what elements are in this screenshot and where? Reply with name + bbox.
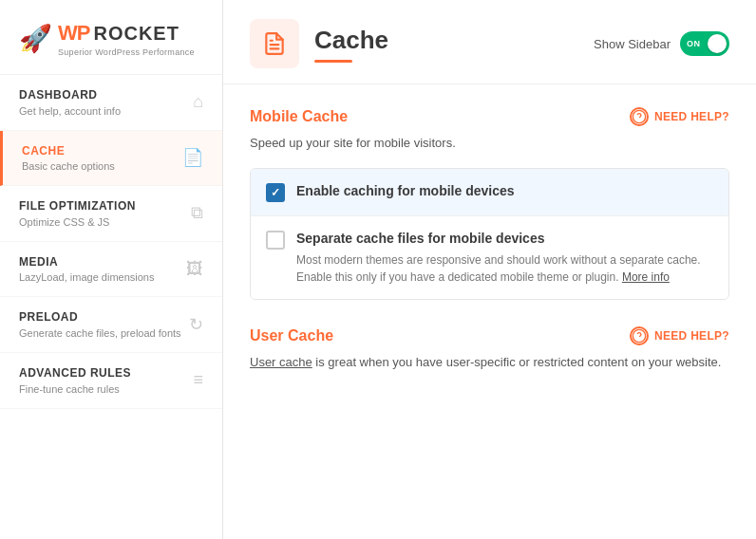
page-title: Cache (314, 26, 388, 55)
option-row-enable-mobile: Enable caching for mobile devices (251, 169, 728, 215)
need-help-label-mobile: NEED HELP? (654, 110, 729, 123)
layers-icon: ⧉ (191, 203, 203, 223)
nav-title-media: MEDIA (19, 255, 179, 270)
sidebar-item-advanced-rules[interactable]: ADVANCED RULES Fine-tune cache rules ≡ (0, 353, 222, 409)
toggle-label: ON (687, 39, 701, 48)
option-row-separate-cache: Separate cache files for mobile devices … (251, 215, 728, 300)
nav-title-advanced-rules: ADVANCED RULES (19, 366, 185, 381)
option-label-separate-cache: Separate cache files for mobile devices (296, 231, 544, 246)
sidebar-item-preload[interactable]: PRELOAD Generate cache files, preload fo… (0, 297, 222, 353)
logo-wp: WP (58, 21, 89, 46)
help-icon-user (630, 326, 649, 345)
logo-text: WP ROCKET Superior WordPress Performance (58, 21, 195, 57)
mobile-cache-title: Mobile Cache (250, 108, 348, 125)
option-sublabel-separate-cache: Most modern themes are responsive and sh… (296, 251, 713, 286)
user-cache-description: User cache is great when you have user-s… (250, 353, 729, 372)
user-cache-need-help[interactable]: NEED HELP? (630, 326, 729, 345)
sidebar-item-cache[interactable]: CACHE Basic cache options 📄 (0, 131, 222, 187)
checkbox-enable-mobile[interactable] (266, 183, 285, 202)
logo-area: 🚀 WP ROCKET Superior WordPress Performan… (0, 0, 222, 75)
user-cache-link[interactable]: User cache (250, 355, 312, 369)
main-content: Cache Show Sidebar ON Mobile Cache (223, 0, 756, 539)
home-icon: ⌂ (193, 92, 203, 112)
nav-subtitle-media: LazyLoad, image dimensions (19, 271, 179, 283)
sidebar-item-dashboard[interactable]: DASHBOARD Get help, account info ⌂ (0, 75, 222, 131)
more-info-link[interactable]: More info (622, 270, 670, 284)
sidebar: 🚀 WP ROCKET Superior WordPress Performan… (0, 0, 223, 539)
main-header: Cache Show Sidebar ON (223, 0, 756, 84)
show-sidebar-label: Show Sidebar (594, 37, 671, 51)
nav-subtitle-preload: Generate cache files, preload fonts (19, 327, 181, 339)
refresh-icon: ↻ (189, 314, 203, 335)
section-user-cache: User Cache NEED HELP? User cache is grea… (250, 326, 729, 372)
nav-subtitle-cache: Basic cache options (22, 160, 175, 172)
logo-rocket-name: ROCKET (93, 24, 179, 43)
page-title-underline (314, 60, 352, 63)
checkbox-separate-cache[interactable] (266, 231, 285, 250)
mobile-cache-options: Enable caching for mobile devices Separa… (250, 168, 729, 301)
need-help-label-user: NEED HELP? (654, 329, 729, 343)
nav-subtitle-advanced-rules: Fine-tune cache rules (19, 383, 185, 395)
user-cache-title: User Cache (250, 327, 333, 344)
nav-title-dashboard: DASHBOARD (19, 88, 185, 103)
toggle-knob (708, 34, 727, 53)
page-icon (250, 19, 299, 68)
content-area: Mobile Cache NEED HELP? Speed up your si… (223, 84, 756, 539)
image-icon: 🖼 (186, 259, 203, 279)
mobile-cache-need-help[interactable]: NEED HELP? (630, 107, 729, 126)
nav-title-preload: PRELOAD (19, 310, 181, 325)
list-icon: ≡ (193, 370, 203, 390)
rocket-icon: 🚀 (19, 26, 52, 52)
nav-subtitle-dashboard: Get help, account info (19, 105, 185, 117)
sidebar-item-media[interactable]: MEDIA LazyLoad, image dimensions 🖼 (0, 242, 222, 298)
logo-tagline: Superior WordPress Performance (58, 47, 195, 57)
sidebar-item-file-optimization[interactable]: FILE OPTIMIZATION Optimize CSS & JS ⧉ (0, 186, 222, 242)
file-icon: 📄 (182, 147, 203, 168)
nav-subtitle-file-optimization: Optimize CSS & JS (19, 216, 183, 228)
section-mobile-cache: Mobile Cache NEED HELP? Speed up your si… (250, 107, 729, 300)
nav-title-file-optimization: FILE OPTIMIZATION (19, 199, 183, 214)
help-icon-mobile (630, 107, 649, 126)
mobile-cache-desc: Speed up your site for mobile visitors. (250, 134, 729, 153)
option-label-enable-mobile: Enable caching for mobile devices (296, 183, 515, 198)
logo: 🚀 WP ROCKET Superior WordPress Performan… (19, 21, 203, 57)
nav-title-cache: CACHE (22, 144, 175, 159)
show-sidebar-toggle[interactable]: ON (680, 31, 729, 56)
